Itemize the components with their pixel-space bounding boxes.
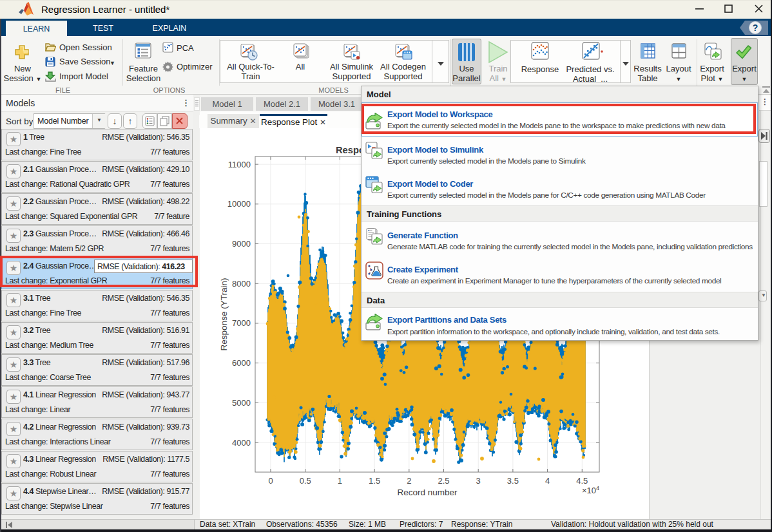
svg-text:7000: 7000 [232, 318, 251, 328]
svg-text:10000: 10000 [227, 199, 251, 209]
svg-text:Record number: Record number [397, 488, 458, 497]
svg-text:×104: ×104 [582, 485, 599, 495]
svg-text:Response (YTrain): Response (YTrain) [219, 278, 229, 351]
svg-text:1: 1 [338, 476, 342, 486]
svg-text:3.5: 3.5 [507, 476, 519, 486]
svg-text:8000: 8000 [232, 279, 251, 289]
svg-text:0: 0 [268, 476, 273, 486]
svg-text:4: 4 [545, 476, 550, 486]
svg-text:4.5: 4.5 [576, 476, 588, 486]
svg-text:5000: 5000 [232, 398, 251, 408]
svg-text:3: 3 [476, 476, 481, 486]
svg-text:1.5: 1.5 [369, 476, 380, 486]
svg-text:?: ? [753, 23, 758, 33]
svg-text:11000: 11000 [228, 160, 251, 169]
svg-text:2.5: 2.5 [438, 476, 449, 486]
svg-text:4000: 4000 [232, 438, 251, 448]
svg-text:6000: 6000 [232, 358, 251, 368]
svg-text:2: 2 [407, 476, 411, 486]
svg-text:9000: 9000 [232, 239, 251, 249]
svg-text:0.5: 0.5 [300, 476, 311, 486]
